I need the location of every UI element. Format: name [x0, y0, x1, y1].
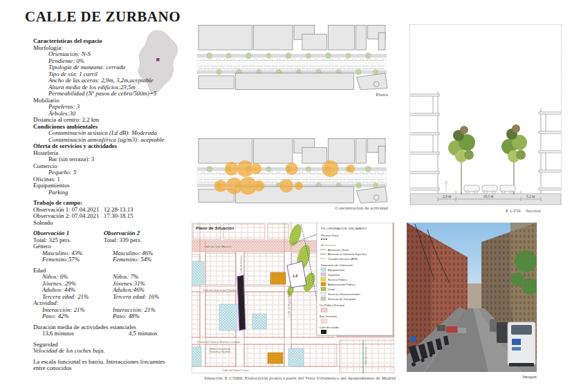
row-col2 — [164, 137, 202, 144]
section-caption: E 1/250 Sección — [409, 208, 541, 213]
row-col2 — [125, 64, 202, 71]
section-cars — [464, 185, 515, 194]
white-van — [508, 322, 535, 366]
legend-administracion: Administración Pública — [328, 283, 356, 286]
left-panel: Características del espacio Morfología: … — [33, 38, 202, 372]
street-martinez-campos: Paseo del General Martínez Campos — [197, 341, 241, 344]
row-col1: Parking — [33, 189, 68, 196]
legend-ejes: Ejes Terciarios — [320, 315, 337, 318]
row-col2 — [57, 163, 202, 170]
legend-deportivo: Deportivo — [328, 273, 340, 277]
street-miguel-angel: Calle de Miguel Ángel — [288, 291, 290, 317]
dim-right-sidewalk: 3,2 m — [526, 194, 535, 198]
red-car — [446, 326, 457, 333]
row-col1: 13,6 minutos — [33, 330, 104, 337]
dim-left-sidewalk: 2,9 m — [443, 194, 452, 198]
legend-transporte: Servicios de Transporte — [328, 297, 356, 301]
pedestrian — [445, 181, 448, 192]
legend-via-publica: Vía Pública Principal — [320, 304, 344, 307]
row-col2 — [91, 51, 202, 58]
legend-equipamiento: Equipamiento — [328, 268, 344, 272]
text-row: entre conocidos — [33, 365, 202, 372]
plan-drawing — [196, 23, 388, 91]
street-zurbano: Calle de Zurbano — [240, 255, 243, 273]
text-row: Soleado — [33, 220, 202, 227]
legend-alineacion-oficial: Alineación Oficial — [328, 248, 349, 252]
street-photo — [407, 223, 537, 372]
row-col2 — [99, 117, 202, 124]
legend-alineaciones-header: Alineaciones — [321, 243, 336, 247]
text-row: 13,6 minutos 4,5 minutos — [33, 330, 202, 337]
parking-sign — [410, 336, 416, 342]
row-col2: Femenino: 54% — [104, 256, 202, 263]
text-row: Observación 2: 07.04.2021 17.30-18.15 — [33, 213, 202, 220]
row-col2: Tercera edad: 16% — [104, 294, 202, 301]
row-col1: Femenino:57% — [33, 256, 104, 263]
row-col2 — [53, 220, 202, 227]
row-col1: entre conocidos — [33, 365, 71, 372]
activity-drawing — [196, 136, 388, 205]
poster: CALLE DE ZURBANO Planta Concentración de… — [0, 0, 572, 392]
dim-road: 10,5 m — [483, 194, 495, 198]
section-trees — [448, 124, 527, 195]
right-building-section — [539, 108, 561, 194]
row-col2: 4,5 minutos — [104, 330, 202, 337]
legend-servicio-publico: Servicio Público — [328, 278, 347, 281]
situation-map: 1.4 Plano de Situación Calle de José Aba… — [192, 223, 394, 373]
legend-calle-estudio: Calle de estudio — [320, 326, 339, 329]
row-col1: Soleado — [33, 220, 53, 227]
map-caption: Situación. E 1/5000. Elaboración propia … — [204, 375, 398, 380]
activity-caption: Concentración de actividad — [196, 205, 388, 210]
row-col2: Paso: 48% — [104, 313, 202, 320]
text-row: Paso: 42% Paso: 48% — [33, 313, 202, 320]
text-row: Total: 325 pers. Total: 339 pers. — [33, 237, 202, 244]
image-caption: Imagen — [407, 374, 537, 379]
row-col2 — [165, 359, 202, 366]
page-title: CALLE DE ZURBANO — [25, 8, 181, 26]
row-col2 — [105, 348, 202, 355]
text-row: Femenino:57% Femenino: 54% — [33, 256, 202, 263]
row-col1: Paso: 42% — [33, 313, 104, 320]
street-rafael-calvo: Calle de Rafael Calvo — [222, 368, 249, 372]
text-row: Oferta de servicios y actividades — [33, 143, 202, 150]
section-drawing: 2,9 m 10,5 m 3,2 m — [410, 25, 561, 205]
section-panel: 2,9 m 10,5 m 3,2 m — [409, 24, 562, 205]
street-jose-abascal: Calle de José Abascal — [204, 245, 231, 248]
area-label: 1.4 — [293, 274, 297, 278]
left-building-section — [410, 91, 439, 194]
row-col2 — [60, 176, 202, 183]
row-col2 — [70, 183, 202, 189]
text-row: Bar (sin terraza): 3 — [33, 156, 202, 163]
row-col2 — [154, 77, 202, 84]
row-col2 — [59, 97, 202, 104]
row-col2 — [76, 169, 202, 176]
legend-verde: Verde — [328, 288, 335, 291]
row-col2 — [71, 365, 202, 372]
row-col2 — [80, 104, 202, 111]
plan-caption: Planta — [196, 92, 388, 97]
legend-title: PG_ORDENACION_SIN_AMBITO — [321, 227, 367, 230]
map-legend: PG_ORDENACION_SIN_AMBITO Reserva Viaria … — [317, 223, 394, 337]
building-label-2: Economía y Hacienda — [210, 351, 231, 353]
row-col2 — [68, 189, 202, 196]
row-col2 — [102, 38, 202, 45]
row-col1: Velocidad de los coches baja. — [33, 348, 105, 355]
row-col2: Total: 339 pers. — [104, 237, 202, 244]
row-col2 — [82, 200, 202, 207]
legend-trazado-indicativo: Trazado Indicativo (APR) — [328, 257, 358, 261]
row-col2: 17.30-18.15 — [104, 213, 202, 220]
text-row: Velocidad de los coches baja. — [33, 348, 202, 355]
legend-reserva: Reserva Viaria — [321, 234, 339, 237]
legend-dotaciones-header: Dotaciones de Ordenación — [321, 263, 353, 267]
street-garcia-paredes: Calle de García de Paredes — [203, 288, 237, 292]
legend-alineacion-volumetria: Alineación en Volumetría Específica — [328, 253, 367, 256]
legend-infraestructurales: Servicios Infraestructurales — [328, 292, 360, 296]
street-fortuny: Calle de Fortuny — [365, 346, 367, 365]
text-row: Parking — [33, 189, 202, 196]
row-col2 — [94, 156, 202, 163]
row-col2 — [156, 91, 202, 97]
row-col2 — [117, 143, 202, 150]
